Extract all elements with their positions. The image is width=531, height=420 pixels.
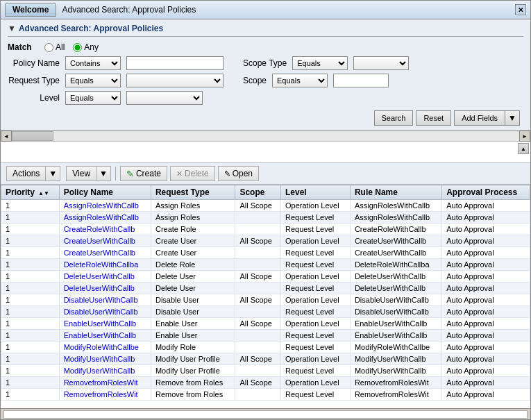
sort-icon-priority[interactable]: ▲▼ [38, 190, 49, 196]
scroll-right-button[interactable]: ► [519, 131, 530, 142]
table-cell: CreateRoleWithCallb [350, 224, 441, 235]
policy-name-operator[interactable]: Contains Equals Starts With Ends With [65, 56, 121, 70]
table-cell: 1 [1, 212, 60, 224]
request-type-operator[interactable]: Equals Not Equals Contains [65, 74, 121, 87]
table-row[interactable]: 1DeleteUserWithCallbDelete UserAll Scope… [1, 271, 530, 283]
table-cell: Auto Approval [442, 353, 530, 365]
col-policy-name[interactable]: Policy Name [59, 185, 151, 200]
table-cell: DisableUserWithCallb [350, 306, 441, 318]
scroll-left-button[interactable]: ◄ [1, 131, 12, 142]
scope-value[interactable] [333, 74, 389, 87]
search-button[interactable]: Search [374, 110, 414, 126]
scope-operator[interactable]: Equals Not Equals [272, 74, 328, 87]
table-cell: Assign Roles [151, 212, 235, 224]
table-cell: Request Level [280, 212, 350, 224]
table-row[interactable]: 1RemovefromRolesWitRemove from RolesAll … [1, 377, 530, 389]
search-panel-title: ▼ Advanced Search: Approval Policies [8, 24, 523, 37]
table-cell: 1 [1, 271, 60, 283]
scroll-track[interactable] [12, 131, 519, 141]
radio-all-input[interactable] [44, 43, 53, 52]
table-cell: 1 [1, 294, 60, 306]
table-row[interactable]: 1DisableUserWithCallbDisable UserAll Sco… [1, 294, 530, 306]
view-arrow[interactable]: ▼ [96, 166, 111, 181]
policy-name-link[interactable]: DeleteUserWithCallb [59, 283, 151, 294]
col-request-type[interactable]: Request Type [151, 185, 235, 200]
scope-type-label: Scope Type [243, 58, 287, 68]
collapse-icon[interactable]: ▼ [8, 24, 16, 33]
table-cell: All Scope [235, 235, 281, 247]
table-row[interactable]: 1EnableUserWithCallbEnable UserAll Scope… [1, 318, 530, 330]
table-cell [235, 365, 281, 377]
title-bar-left: Welcome Advanced Search: Approval Polici… [5, 3, 196, 17]
table-row[interactable]: 1RemovefromRolesWitRemove from RolesRequ… [1, 389, 530, 401]
table-row[interactable]: 1CreateUserWithCallbCreate UserRequest L… [1, 247, 530, 259]
table-row[interactable]: 1ModifyRoleWithCallbeModify RoleRequest … [1, 342, 530, 353]
actions-arrow[interactable]: ▼ [45, 166, 60, 181]
reset-button[interactable]: Reset [416, 110, 451, 126]
radio-all[interactable]: All [44, 42, 65, 52]
table-cell: Auto Approval [442, 377, 530, 389]
radio-any-input[interactable] [73, 43, 82, 52]
col-scope[interactable]: Scope [235, 185, 281, 200]
policy-name-link[interactable]: ModifyUserWithCallb [59, 365, 151, 377]
create-button[interactable]: ✎ Create [120, 166, 167, 181]
table-row[interactable]: 1CreateRoleWithCallbCreate RoleRequest L… [1, 224, 530, 235]
table-row[interactable]: 1CreateUserWithCallbCreate UserAll Scope… [1, 235, 530, 247]
scope-type-value[interactable] [353, 56, 409, 70]
table-row[interactable]: 1DeleteRoleWithCallbaDelete RoleRequest … [1, 259, 530, 271]
actions-button[interactable]: Actions [6, 166, 45, 181]
request-type-value[interactable] [126, 74, 224, 87]
col-approval-process[interactable]: Approval Process [442, 185, 530, 200]
add-fields-button[interactable]: Add Fields [454, 110, 505, 126]
policy-name-link[interactable]: ModifyRoleWithCallbe [59, 342, 151, 353]
add-fields-arrow[interactable]: ▼ [505, 110, 520, 126]
scroll-up-button[interactable]: ▲ [518, 143, 529, 154]
policy-name-link[interactable]: DeleteUserWithCallb [59, 271, 151, 283]
policy-name-link[interactable]: CreateUserWithCallb [59, 247, 151, 259]
policy-name-link[interactable]: EnableUserWithCallb [59, 318, 151, 330]
table-cell: Auto Approval [442, 224, 530, 235]
tab-welcome[interactable]: Welcome [5, 3, 56, 17]
request-type-label: Request Type [8, 76, 60, 85]
policy-name-link[interactable]: CreateRoleWithCallb [59, 224, 151, 235]
policy-name-link[interactable]: RemovefromRolesWit [59, 389, 151, 401]
scope-type-operator[interactable]: Equals Not Equals [292, 56, 348, 70]
table-row[interactable]: 1DisableUserWithCallbDisable UserRequest… [1, 306, 530, 318]
close-button[interactable]: ✕ [515, 4, 526, 15]
open-button[interactable]: ✎ Open [218, 166, 259, 181]
table-cell: 1 [1, 365, 60, 377]
view-button[interactable]: View [66, 166, 96, 181]
policy-name-link[interactable]: RemovefromRolesWit [59, 377, 151, 389]
policy-name-link[interactable]: AssignRolesWithCallb [59, 212, 151, 224]
policy-name-link[interactable]: ModifyUserWithCallb [59, 353, 151, 365]
view-split: View ▼ [66, 166, 111, 181]
table-cell: Auto Approval [442, 259, 530, 271]
policy-name-value[interactable] [126, 56, 224, 70]
table-row[interactable]: 1AssignRolesWithCallbAssign RolesAll Sco… [1, 200, 530, 212]
col-level[interactable]: Level [280, 185, 350, 200]
policy-name-link[interactable]: CreateUserWithCallb [59, 235, 151, 247]
table-header-row: Priority ▲▼ Policy Name Request Type Sco… [1, 185, 530, 200]
policy-name-link[interactable]: DisableUserWithCallb [59, 306, 151, 318]
delete-button[interactable]: ✕ Delete [170, 166, 215, 181]
policy-name-link[interactable]: DeleteRoleWithCallba [59, 259, 151, 271]
table-row[interactable]: 1DeleteUserWithCallbDelete UserRequest L… [1, 283, 530, 294]
policy-name-link[interactable]: DisableUserWithCallb [59, 294, 151, 306]
table-cell: 1 [1, 283, 60, 294]
bottom-scroll-track[interactable] [3, 410, 528, 419]
table-cell [235, 259, 281, 271]
radio-any[interactable]: Any [73, 42, 99, 52]
col-rule-name[interactable]: Rule Name [350, 185, 441, 200]
level-operator[interactable]: Equals Not Equals Contains [65, 91, 121, 105]
table-row[interactable]: 1EnableUserWithCallbEnable UserRequest L… [1, 330, 530, 342]
table-cell: Request Level [280, 224, 350, 235]
table-row[interactable]: 1AssignRolesWithCallbAssign RolesRequest… [1, 212, 530, 224]
table-cell: Operation Level [280, 353, 350, 365]
scroll-thumb[interactable] [12, 131, 53, 141]
table-row[interactable]: 1ModifyUserWithCallbModify User ProfileA… [1, 353, 530, 365]
policy-name-link[interactable]: EnableUserWithCallb [59, 330, 151, 342]
table-row[interactable]: 1ModifyUserWithCallbModify User ProfileR… [1, 365, 530, 377]
col-priority[interactable]: Priority ▲▼ [1, 185, 60, 200]
policy-name-link[interactable]: AssignRolesWithCallb [59, 200, 151, 212]
level-value[interactable] [126, 91, 203, 105]
